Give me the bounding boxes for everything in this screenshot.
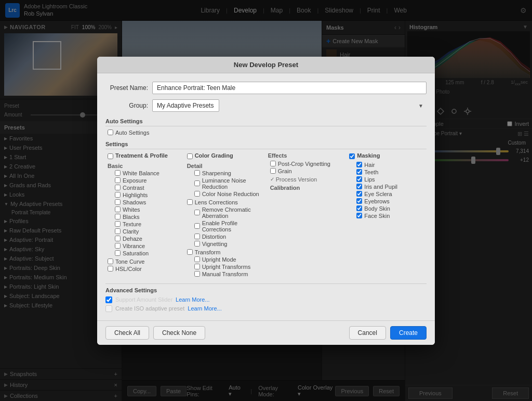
sharpening-checkbox[interactable] [194, 170, 200, 176]
blacks-checkbox[interactable] [115, 214, 121, 219]
new-develop-preset-modal: New Develop Preset Preset Name: Group: M… [97, 57, 435, 345]
saturation-checkbox[interactable] [115, 250, 121, 256]
mask-bodyskin-checkbox[interactable] [356, 205, 362, 211]
post-crop-checkbox[interactable] [270, 161, 276, 166]
whites-checkbox[interactable] [115, 206, 121, 212]
color-grading-label: Color Grading [195, 152, 233, 159]
tone-curve-row: Tone Curve [105, 258, 185, 265]
shadows-checkbox[interactable] [115, 199, 121, 205]
color-nr-checkbox[interactable] [194, 191, 200, 197]
vignetting-label: Vignetting [202, 241, 228, 247]
lens-corrections-label: Lens Corrections [195, 199, 238, 205]
upright-mode-row: Upright Mode [185, 256, 268, 263]
upright-transforms-checkbox[interactable] [194, 264, 200, 269]
upright-mode-checkbox[interactable] [194, 256, 200, 262]
mask-eyebrows-checkbox[interactable] [356, 198, 362, 204]
clarity-checkbox[interactable] [115, 228, 121, 234]
grain-label: Grain [278, 168, 292, 174]
post-crop-label: Post-Crop Vignetting [278, 161, 330, 167]
whites-label: Whites [123, 206, 140, 213]
texture-checkbox[interactable] [115, 221, 121, 227]
mask-iris-checkbox[interactable] [356, 184, 362, 189]
grain-row: Grain [268, 168, 348, 174]
clarity-row: Clarity [105, 228, 185, 235]
vibrance-label: Vibrance [123, 243, 145, 249]
sharpening-label: Sharpening [202, 170, 231, 176]
hsl-checkbox[interactable] [108, 266, 113, 271]
enable-profile-checkbox[interactable] [194, 223, 200, 229]
vibrance-checkbox[interactable] [115, 243, 121, 249]
mask-teeth-checkbox[interactable] [356, 169, 362, 175]
group-row: Group: My Adaptive Presets ▼ [105, 99, 427, 112]
mask-bodyskin-label: Body Skin [364, 205, 390, 212]
mask-bodyskin-row: Body Skin [347, 205, 427, 212]
luminance-nr-label: Luminance Noise Reduction [202, 177, 268, 190]
grain-checkbox[interactable] [270, 168, 276, 174]
learn-more-2-link[interactable]: Learn More... [188, 305, 221, 312]
preset-name-label: Preset Name: [105, 84, 152, 92]
exposure-label: Exposure [123, 177, 147, 184]
enable-profile-row: Enable Profile Corrections [185, 220, 268, 232]
contrast-row: Contrast [105, 185, 185, 191]
mask-eyesclera-checkbox[interactable] [356, 191, 362, 197]
shadows-row: Shadows [105, 199, 185, 205]
preset-name-input[interactable] [152, 82, 427, 94]
manual-transform-label: Manual Transform [202, 271, 248, 277]
process-version-row: ✓ Process Version [270, 176, 348, 183]
shadows-label: Shadows [123, 199, 146, 205]
mask-faceskin-row: Face Skin [347, 213, 427, 219]
wb-check-row: White Balance [105, 170, 185, 176]
contrast-checkbox[interactable] [115, 185, 121, 190]
upright-transforms-row: Upright Transforms [185, 264, 268, 270]
mask-eyesclera-row: Eye Sclera [347, 191, 427, 197]
auto-settings-checkbox[interactable] [108, 130, 113, 135]
footer-left: Check All Check None [105, 326, 205, 340]
check-all-button[interactable]: Check All [105, 326, 149, 340]
create-button[interactable]: Create [390, 326, 427, 340]
settings-col3: Effects Post-Crop Vignetting Grain ✓ Pro… [268, 152, 348, 278]
detail-header: Detail [187, 163, 268, 169]
distortion-checkbox[interactable] [194, 234, 200, 239]
masking-header-row: Masking [347, 152, 427, 161]
check-none-button[interactable]: Check None [153, 326, 205, 340]
settings-title: Settings [105, 141, 427, 149]
mask-teeth-label: Teeth [364, 169, 378, 175]
lens-corrections-checkbox[interactable] [187, 199, 193, 205]
basic-header: Basic [108, 163, 185, 169]
support-amount-checkbox[interactable] [105, 296, 112, 303]
mask-lips-checkbox[interactable] [356, 176, 362, 182]
masking-all-checkbox[interactable] [349, 153, 355, 159]
color-grading-checkbox[interactable] [187, 153, 193, 159]
saturation-label: Saturation [123, 250, 149, 256]
mask-iris-row: Iris and Pupil [347, 184, 427, 190]
enable-profile-label: Enable Profile Corrections [202, 220, 268, 232]
dehaze-checkbox[interactable] [115, 236, 121, 241]
modal-title: New Develop Preset [234, 61, 298, 69]
highlights-checkbox[interactable] [115, 192, 121, 198]
vignetting-checkbox[interactable] [194, 241, 200, 247]
transform-checkbox[interactable] [187, 249, 193, 255]
texture-row: Texture [105, 221, 185, 227]
modal-body: Preset Name: Group: My Adaptive Presets … [97, 73, 435, 320]
auto-settings-section: Auto Settings Auto Settings [105, 118, 427, 136]
group-select[interactable]: My Adaptive Presets [152, 99, 219, 112]
learn-more-1-link[interactable]: Learn More... [176, 296, 209, 303]
tone-curve-checkbox[interactable] [108, 258, 113, 264]
luminance-nr-checkbox[interactable] [194, 180, 200, 186]
wb-check-label: White Balance [123, 170, 159, 176]
wb-checkbox[interactable] [115, 170, 121, 176]
cancel-button[interactable]: Cancel [349, 326, 386, 340]
manual-transform-checkbox[interactable] [194, 271, 200, 277]
tone-curve-label: Tone Curve [115, 258, 144, 265]
create-iso-label: Create ISO adaptive preset [115, 305, 184, 312]
remove-ca-checkbox[interactable] [194, 210, 200, 215]
mask-faceskin-checkbox[interactable] [356, 213, 362, 218]
create-iso-checkbox[interactable] [105, 305, 112, 312]
exposure-checkbox[interactable] [115, 177, 121, 183]
treatment-checkbox[interactable] [108, 153, 113, 159]
mask-hair-checkbox[interactable] [356, 162, 362, 167]
mask-eyebrows-label: Eyebrows [364, 198, 389, 204]
mask-iris-label: Iris and Pupil [364, 184, 397, 190]
auto-settings-title: Auto Settings [105, 118, 427, 126]
transform-label: Transform [195, 249, 221, 255]
